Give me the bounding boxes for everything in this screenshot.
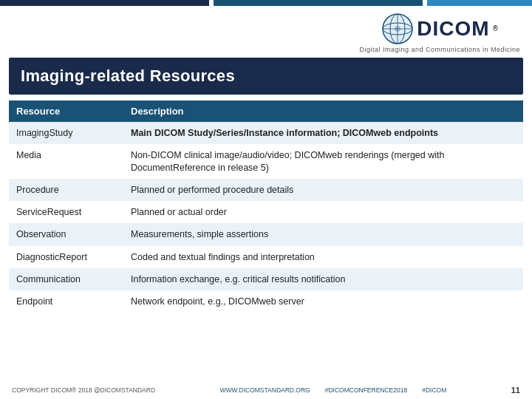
top-bars <box>0 0 532 6</box>
registered-mark: ® <box>493 24 498 33</box>
logo-globe-row: DICOM ® <box>381 13 498 45</box>
col-header-resource: Resource <box>9 100 123 122</box>
slide-container: DICOM ® Digital Imaging and Communicatio… <box>0 0 532 399</box>
resource-description: Network endpoint, e.g., DICOMweb server <box>123 290 523 313</box>
footer-link-website[interactable]: WWW.DICOMSTANDARD.ORG <box>220 386 310 394</box>
table-row: ServiceRequestPlanned or actual order <box>9 201 523 223</box>
resource-name: ServiceRequest <box>9 201 123 223</box>
resource-name: ImagingStudy <box>9 122 123 144</box>
bar-dark <box>0 0 209 6</box>
resource-name: Observation <box>9 223 123 245</box>
header-area: DICOM ® Digital Imaging and Communicatio… <box>0 6 532 58</box>
table-row: ImagingStudyMain DICOM Study/Series/Inst… <box>9 122 523 144</box>
title-banner: Imaging-related Resources <box>9 58 523 95</box>
footer: COPYRIGHT DICOM® 2018 @DICOMSTANDARD WWW… <box>0 383 532 399</box>
resource-description: Planned or performed procedure details <box>123 179 523 201</box>
resource-description: Measurements, simple assertions <box>123 223 523 245</box>
table-header-row: Resource Description <box>9 100 523 122</box>
dicom-tagline: Digital Imaging and Communications in Me… <box>359 46 520 53</box>
table-row: DiagnosticReportCoded and textual findin… <box>9 246 523 268</box>
table-row: EndpointNetwork endpoint, e.g., DICOMweb… <box>9 290 523 313</box>
resource-name: Communication <box>9 268 123 290</box>
svg-point-6 <box>395 26 400 32</box>
resource-description: Information exchange, e.g. critical resu… <box>123 268 523 290</box>
table-row: CommunicationInformation exchange, e.g. … <box>9 268 523 290</box>
bar-medium <box>214 0 423 6</box>
col-header-description: Description <box>123 100 523 122</box>
bar-light <box>427 0 532 6</box>
resource-name: Endpoint <box>9 290 123 313</box>
footer-copyright: COPYRIGHT DICOM® 2018 @DICOMSTANDARD <box>12 386 155 394</box>
logo-container: DICOM ® Digital Imaging and Communicatio… <box>359 13 520 53</box>
resource-name: Procedure <box>9 179 123 201</box>
resource-description: Coded and textual findings and interpret… <box>123 246 523 268</box>
footer-link-dicom[interactable]: #DICOM <box>422 386 446 394</box>
table-row: ProcedurePlanned or performed procedure … <box>9 179 523 201</box>
table-container: Resource Description ImagingStudyMain DI… <box>9 100 523 383</box>
slide-title: Imaging-related Resources <box>21 66 511 86</box>
resource-description: Non-DICOM clinical image/audio/video; DI… <box>123 144 523 179</box>
globe-icon <box>381 13 414 45</box>
footer-page-number: 11 <box>511 386 520 395</box>
footer-links: WWW.DICOMSTANDARD.ORG #DICOMCONFERENCE20… <box>220 386 447 394</box>
brand-name: DICOM <box>417 17 489 41</box>
table-row: MediaNon-DICOM clinical image/audio/vide… <box>9 144 523 179</box>
resources-table: Resource Description ImagingStudyMain DI… <box>9 100 523 313</box>
resource-name: DiagnosticReport <box>9 246 123 268</box>
footer-link-conference[interactable]: #DICOMCONFERENCE2018 <box>325 386 407 394</box>
resource-description: Planned or actual order <box>123 201 523 223</box>
resource-description: Main DICOM Study/Series/Instance informa… <box>123 122 523 144</box>
table-row: ObservationMeasurements, simple assertio… <box>9 223 523 245</box>
resource-name: Media <box>9 144 123 179</box>
